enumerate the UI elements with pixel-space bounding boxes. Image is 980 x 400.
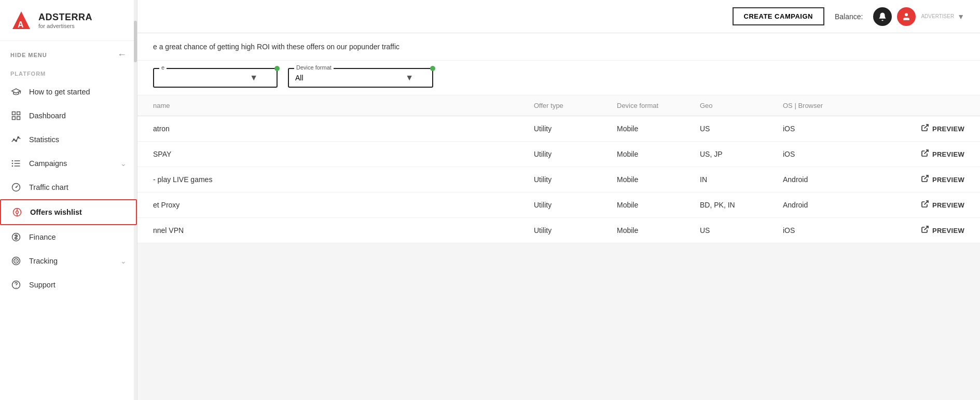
banner-text: e a great chance of getting high ROI wit… [153,43,399,51]
sidebar-item-traffic-chart[interactable]: Traffic chart [0,175,137,199]
preview-button[interactable]: PREVIEW [887,174,964,185]
hide-menu-label: HIDE MENU [10,52,47,58]
filters-row: e ▼ Device format All ▼ [137,61,980,95]
question-circle-icon [10,279,22,291]
sidebar-item-label: Traffic chart [29,183,127,191]
user-info: ADVERTISER [919,13,954,19]
balance-section: Balance: [835,12,863,21]
device-format-active-dot [430,66,435,71]
user-avatar-button[interactable] [897,7,916,26]
th-offer-type: Offer type [534,102,617,109]
td-os-browser: iOS [783,125,887,133]
svg-line-28 [924,125,928,128]
content-area: e a great chance of getting high ROI wit… [137,33,980,400]
td-geo: IN [700,175,783,184]
brand-subtitle: for advertisers [38,23,92,29]
sidebar-item-how-to-get-started[interactable]: How to get started [0,80,137,104]
coin-icon [10,231,22,243]
table-row: atron Utility Mobile US iOS PREVIEW [137,116,980,142]
logo-text: ADSTERRA for advertisers [38,12,92,29]
notifications-button[interactable] [873,7,892,26]
svg-rect-4 [12,117,16,120]
sidebar-nav: How to get started Dashboard [0,80,137,400]
preview-label: PREVIEW [932,201,964,209]
td-geo: BD, PK, IN [700,201,783,209]
td-name: atron [153,125,534,133]
svg-point-24 [16,260,17,262]
hide-menu-arrow[interactable]: ← [117,49,127,60]
sidebar-item-label: Support [29,281,127,289]
svg-text:A: A [18,20,24,29]
sidebar-item-label: Dashboard [29,112,127,120]
filter-type-active-dot [274,66,280,71]
chevron-down-icon: ⌄ [120,159,127,168]
sidebar-item-dashboard[interactable]: Dashboard [0,104,137,128]
sidebar-item-label: Finance [29,233,127,241]
td-offer-type: Utility [534,201,617,209]
td-offer-type: Utility [534,175,617,184]
sidebar-item-support[interactable]: Support [0,273,137,297]
sidebar-item-label: How to get started [29,88,127,96]
preview-button[interactable]: PREVIEW [887,225,964,236]
top-header: CREATE CAMPAIGN Balance: ADVERTIS [137,0,980,33]
sidebar-logo: A ADSTERRA for advertisers [0,0,137,41]
device-format-select[interactable]: Device format All ▼ [288,68,433,88]
sidebar-item-tracking[interactable]: Tracking ⌄ [0,249,137,273]
platform-section-label: PLATFORM [0,64,137,80]
user-icon [902,12,911,21]
scrollbar-thumb [134,21,137,62]
td-offer-type: Utility [534,125,617,133]
preview-label: PREVIEW [932,176,964,184]
external-link-icon [921,123,929,134]
bell-icon [878,12,887,21]
preview-label: PREVIEW [932,227,964,235]
balance-label: Balance: [835,12,863,21]
svg-rect-5 [17,117,20,120]
grid-icon [10,110,22,121]
device-format-value: All [295,74,303,82]
chevron-down-icon: ▼ [405,73,413,82]
user-dropdown-arrow[interactable]: ▼ [957,12,964,21]
td-device-format: Mobile [617,175,700,184]
td-name: SPAY [153,150,534,158]
td-name: nnel VPN [153,226,534,235]
main-content: CREATE CAMPAIGN Balance: ADVERTIS [137,0,980,400]
sidebar-item-finance[interactable]: Finance [0,225,137,249]
td-offer-type: Utility [534,226,617,235]
sidebar-item-label: Offers wishlist [30,208,126,216]
td-device-format: Mobile [617,226,700,235]
header-icons: ADVERTISER ▼ [873,7,964,26]
table-row: SPAY Utility Mobile US, JP iOS PREVIEW [137,142,980,167]
sidebar-item-offers-wishlist[interactable]: Offers wishlist [0,199,137,225]
sidebar-item-campaigns[interactable]: Campaigns ⌄ [0,151,137,175]
offers-table: name Offer type Device format Geo OS | B… [137,95,980,243]
th-os-browser: OS | Browser [783,102,887,109]
sidebar: A ADSTERRA for advertisers HIDE MENU ← P… [0,0,137,400]
graduation-cap-icon [10,86,22,98]
target-icon [10,255,22,267]
gift-tag-icon [11,206,23,218]
preview-button[interactable]: PREVIEW [887,149,964,159]
chevron-down-icon: ▼ [250,73,258,82]
filter-type-label: e [159,64,167,71]
svg-point-6 [13,139,15,141]
preview-button[interactable]: PREVIEW [887,123,964,134]
td-device-format: Mobile [617,150,700,158]
svg-point-8 [18,137,19,139]
create-campaign-button[interactable]: CREATE CAMPAIGN [733,7,824,25]
svg-rect-3 [17,112,20,115]
svg-point-26 [16,287,16,287]
speedometer-icon [10,182,22,193]
td-os-browser: iOS [783,150,887,158]
preview-label: PREVIEW [932,125,964,133]
preview-button[interactable]: PREVIEW [887,200,964,210]
filter-type-select[interactable]: e ▼ [153,68,278,88]
external-link-icon [921,174,929,185]
th-geo: Geo [700,102,783,109]
table-row: et Proxy Utility Mobile BD, PK, IN Andro… [137,192,980,218]
sidebar-item-statistics[interactable]: Statistics [0,128,137,151]
external-link-icon [921,149,929,159]
td-name: et Proxy [153,201,534,209]
td-device-format: Mobile [617,201,700,209]
list-icon [10,158,22,169]
